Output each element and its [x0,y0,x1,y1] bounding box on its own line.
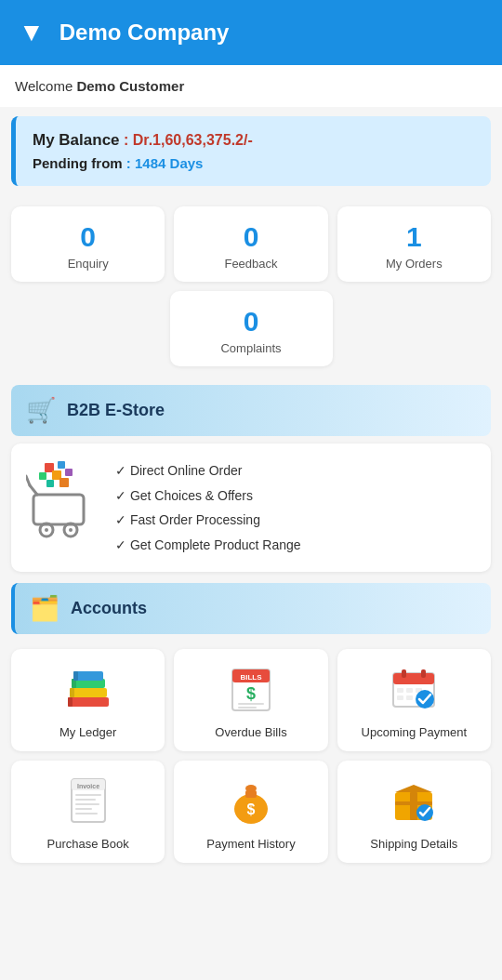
accounts-grid-row1: My Ledger BILLS $ Overdue Bills [0,642,502,751]
welcome-bar: Welcome Demo Customer [0,65,502,107]
svg-rect-25 [238,707,257,709]
svg-rect-28 [402,669,406,678]
svg-rect-12 [68,697,109,707]
svg-rect-13 [70,688,107,697]
svg-rect-24 [238,703,264,705]
customer-name: Demo Customer [76,78,184,94]
overdue-bills-label: Overdue Bills [215,725,286,739]
svg-rect-19 [73,671,78,681]
feedback-label: Feedback [181,257,320,271]
stat-card-my-orders[interactable]: 1 My Orders [337,206,491,282]
app-header: ▼ Demo Company [0,0,502,65]
balance-card: My Balance : Dr.1,60,63,375.2/- Pending … [11,116,491,186]
bills-icon-svg: BILLS $ [225,664,277,716]
purchase-book-label: Purchase Book [47,837,129,851]
accounts-section-label: Accounts [71,599,147,618]
svg-point-10 [45,528,48,532]
payment-history-label: Payment History [206,837,295,851]
cart-icon: 🛒 [26,396,56,425]
b2b-feature-1: Direct Online Order [115,458,301,483]
pending-label: Pending from [33,155,123,171]
accounts-grid-row2: Invoice Purchase Book $ Payment History [0,751,502,878]
stat-card-complaints[interactable]: 0 Complaints [170,291,333,366]
balance-row: My Balance : Dr.1,60,63,375.2/- [33,131,474,150]
upcoming-payment-label: Upcoming Payment [362,725,467,739]
stat-card-feedback[interactable]: 0 Feedback [174,206,327,282]
company-name: Demo Company [59,20,230,46]
enquiry-count: 0 [19,221,157,253]
svg-rect-1 [58,461,65,469]
invoice-icon-svg: Invoice [62,775,114,828]
svg-rect-27 [393,673,434,684]
b2b-feature-3: Fast Order Processing [115,508,301,533]
upcoming-payment-icon-svg [388,664,440,716]
enquiry-label: Enquiry [19,257,157,271]
feedback-count: 0 [181,221,320,253]
company-dropdown-icon[interactable]: ▼ [19,18,45,47]
b2b-section-label: B2B E-Store [67,401,165,420]
svg-rect-34 [406,695,413,700]
stat-card-enquiry[interactable]: 0 Enquiry [11,206,165,282]
svg-rect-6 [59,478,69,487]
shipping-box-icon-svg [388,775,440,828]
svg-point-46 [245,785,257,792]
svg-point-11 [69,528,73,532]
balance-label: My Balance [33,131,120,149]
shipping-details-label: Shipping Details [370,837,457,851]
svg-rect-31 [406,688,413,693]
svg-rect-17 [70,688,74,697]
svg-rect-5 [46,480,54,487]
svg-text:$: $ [247,801,256,817]
pending-days: : 1484 Days [126,155,204,171]
complaints-label: Complaints [178,341,325,355]
overdue-bills-card[interactable]: BILLS $ Overdue Bills [174,649,327,751]
stats-grid: 0 Enquiry 0 Feedback 1 My Orders [0,195,502,282]
svg-rect-16 [68,697,73,707]
svg-marker-49 [395,785,432,792]
svg-rect-30 [397,688,403,693]
welcome-prefix: Welcome [15,78,73,94]
svg-rect-43 [75,813,98,814]
b2b-cart-svg [26,459,100,543]
purchase-book-card[interactable]: Invoice Purchase Book [11,761,165,863]
svg-rect-7 [33,495,84,524]
svg-rect-29 [421,669,426,678]
upcoming-payment-card[interactable]: Upcoming Payment [337,649,491,751]
svg-rect-4 [65,469,73,476]
svg-rect-2 [39,472,46,480]
money-bag-icon-svg: $ [225,775,277,828]
ledger-icon-svg [62,664,114,716]
accounts-section-header: 🗂️ Accounts [11,583,491,634]
svg-rect-39 [75,794,101,796]
svg-text:$: $ [246,684,256,703]
svg-rect-42 [75,808,92,810]
svg-rect-40 [75,799,96,801]
b2b-card[interactable]: Direct Online Order Get Choices & Offers… [11,444,491,572]
b2b-feature-2: Get Choices & Offers [115,483,301,509]
svg-text:Invoice: Invoice [77,783,99,789]
b2b-feature-4: Get Complete Product Range [115,533,301,558]
svg-rect-50 [410,792,417,820]
payment-history-card[interactable]: $ Payment History [174,761,327,863]
balance-pending-row: Pending from : 1484 Days [33,155,474,171]
b2b-shopping-illustration [26,459,100,557]
b2b-section-header: 🛒 B2B E-Store [11,385,491,436]
my-ledger-label: My Ledger [59,725,116,739]
svg-rect-33 [397,695,403,700]
accounts-icon: 🗂️ [30,594,59,623]
svg-rect-41 [75,803,99,805]
my-orders-label: My Orders [345,257,483,271]
my-ledger-card[interactable]: My Ledger [11,649,165,751]
complaints-count: 0 [178,306,325,338]
my-orders-count: 1 [345,221,483,253]
b2b-features-list: Direct Online Order Get Choices & Offers… [115,458,301,557]
shipping-details-card[interactable]: Shipping Details [337,761,491,863]
svg-text:BILLS: BILLS [240,673,262,682]
stats-grid-bottom: 0 Complaints [0,282,502,377]
balance-amount: : Dr.1,60,63,375.2/- [124,132,253,148]
